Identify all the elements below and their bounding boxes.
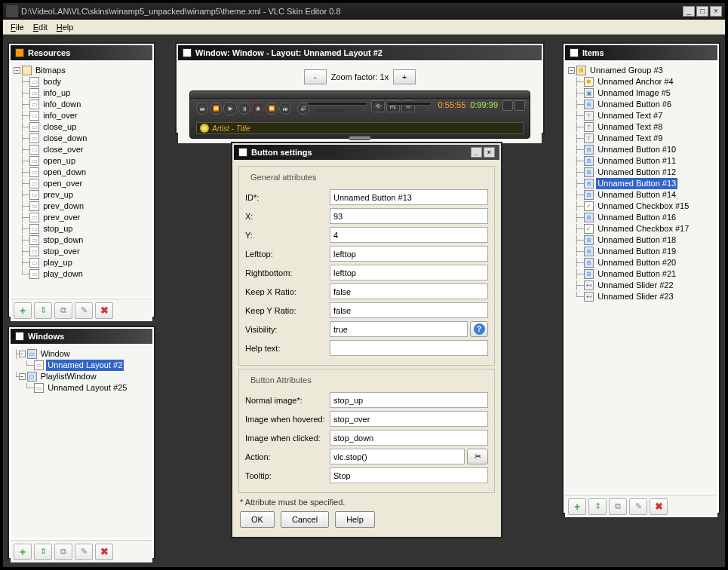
tree-item[interactable]: Unnamed Slider #22 [596, 280, 674, 291]
seek-slider[interactable] [307, 102, 367, 106]
pause-icon[interactable]: ⏸ [238, 103, 250, 115]
play-icon[interactable]: ▶ [223, 102, 237, 115]
tree-item[interactable]: stop_down [41, 234, 84, 246]
lefttop-select[interactable]: lefttop [330, 246, 488, 262]
tree-item[interactable]: Window [39, 348, 72, 360]
tree-item[interactable]: PlaylistWindow [39, 371, 98, 382]
id-field[interactable] [330, 189, 488, 205]
volume-slider[interactable] [315, 109, 346, 112]
action-wizard-button[interactable]: ✂ [467, 449, 488, 464]
fwd-icon[interactable]: ⏩ [266, 103, 278, 115]
tree-item[interactable]: prev_up [41, 189, 75, 201]
shuffle-icon[interactable]: ⟲ [371, 100, 385, 112]
hover-image-field[interactable] [330, 411, 488, 427]
tree-item[interactable]: Unnamed Button #13 [596, 178, 677, 189]
visibility-field[interactable] [330, 321, 468, 337]
tree-item[interactable]: Unnamed Button #18 [596, 234, 677, 246]
add-button[interactable]: + [14, 544, 32, 560]
skin-preview[interactable]: ⏮ ⏪ ▶ ⏸ ◉ ⏩ ⏭ 🔊 ⟲ PL ⥀ [189, 90, 530, 139]
tree-item[interactable]: info_down [41, 99, 82, 110]
ok-button[interactable]: OK [240, 511, 275, 528]
add-button[interactable]: + [14, 302, 32, 319]
helptext-field[interactable] [330, 340, 488, 356]
delete-button[interactable]: ✖ [95, 544, 113, 560]
tree-item[interactable]: Unnamed Button #12 [596, 167, 677, 178]
stop-icon[interactable]: ◉ [252, 103, 264, 115]
copy-button[interactable]: ⧉ [609, 498, 627, 515]
expand-icon[interactable]: − [19, 373, 26, 380]
tooltip-field[interactable] [330, 467, 488, 483]
tree-item[interactable]: Unnamed Image #5 [596, 87, 672, 99]
balance-slider[interactable] [386, 102, 432, 106]
tree-item[interactable]: close_up [41, 121, 78, 133]
tree-item[interactable]: Unnamed Button #20 [596, 257, 677, 268]
edit-button[interactable]: ✎ [75, 302, 93, 319]
tree-item[interactable]: Unnamed Button #10 [596, 144, 677, 155]
tree-item[interactable]: open_over [41, 178, 84, 189]
tree-item[interactable]: Unnamed Slider #23 [596, 291, 674, 302]
add-button[interactable]: + [568, 498, 586, 515]
sort-button[interactable]: ⇕ [588, 498, 607, 515]
maximize-button[interactable]: □ [696, 6, 708, 17]
tree-item[interactable]: info_over [41, 110, 78, 121]
tree-item[interactable]: Unnamed Layout #2 [46, 360, 124, 371]
tree-root[interactable]: Unnamed Group #3 [588, 65, 665, 76]
delete-button[interactable]: ✖ [650, 498, 668, 515]
tree-item[interactable]: Unnamed Layout #25 [46, 382, 128, 394]
tree-item[interactable]: open_down [41, 167, 88, 178]
tree-item[interactable]: Unnamed Button #11 [596, 155, 677, 167]
copy-button[interactable]: ⧉ [54, 302, 72, 319]
keepx-select[interactable]: false [330, 283, 488, 299]
tree-item[interactable]: stop_over [41, 246, 81, 257]
sort-button[interactable]: ⇕ [34, 302, 52, 319]
tree-item[interactable]: body [41, 76, 63, 87]
dialog-minimize-button[interactable]: _ [471, 147, 482, 158]
items-tree[interactable]: −⊞Unnamed Group #3├─✱Unnamed Anchor #4├─… [565, 62, 717, 305]
windows-tree[interactable]: ├−▭Window└─▭Unnamed Layout #2└−▭Playlist… [11, 345, 152, 397]
rew-icon[interactable]: ⏪ [210, 103, 222, 115]
tree-item[interactable]: play_up [41, 257, 74, 268]
copy-button[interactable]: ⧉ [54, 544, 72, 560]
eq-button[interactable] [502, 100, 513, 111]
tree-item[interactable]: open_up [41, 155, 77, 167]
y-field[interactable] [330, 227, 488, 243]
zoom-in-button[interactable]: + [393, 69, 416, 84]
help-icon-button[interactable]: ? [470, 321, 488, 337]
menu-help[interactable]: Help [52, 21, 78, 33]
tree-item[interactable]: Unnamed Checkbox #15 [596, 201, 690, 212]
tree-item[interactable]: info_up [41, 87, 72, 99]
normal-image-field[interactable] [330, 392, 488, 408]
next-icon[interactable]: ⏭ [279, 103, 291, 115]
expand-icon[interactable]: − [19, 351, 26, 357]
tree-item[interactable]: play_down [41, 268, 84, 280]
expand-icon[interactable]: − [568, 67, 575, 74]
tree-item[interactable]: stop_up [41, 223, 74, 234]
close-button[interactable]: × [710, 6, 722, 17]
cancel-button[interactable]: Cancel [281, 511, 329, 528]
tree-item[interactable]: close_over [41, 144, 84, 155]
menu-edit[interactable]: Edit [29, 21, 52, 33]
click-image-field[interactable] [330, 430, 488, 446]
tree-item[interactable]: Unnamed Button #6 [596, 99, 673, 110]
tree-item[interactable]: Unnamed Button #16 [596, 212, 677, 223]
mode-button[interactable] [515, 100, 525, 111]
help-button[interactable]: Help [335, 511, 375, 528]
tree-item[interactable]: Unnamed Anchor #4 [596, 76, 674, 87]
tree-item[interactable]: Unnamed Button #19 [596, 246, 677, 257]
tree-item[interactable]: Unnamed Text #8 [596, 121, 664, 133]
dialog-close-button[interactable]: × [484, 147, 495, 158]
edit-button[interactable]: ✎ [629, 498, 647, 515]
tree-item[interactable]: Unnamed Text #7 [596, 110, 664, 121]
edit-button[interactable]: ✎ [75, 544, 93, 560]
zoom-out-button[interactable]: - [304, 69, 327, 84]
tree-item[interactable]: close_down [41, 133, 88, 144]
prev-icon[interactable]: ⏮ [196, 103, 208, 115]
tree-item[interactable]: Unnamed Checkbox #17 [596, 223, 690, 234]
x-field[interactable] [330, 208, 488, 224]
keepy-select[interactable]: false [330, 302, 488, 318]
rightbottom-select[interactable]: lefttop [330, 265, 488, 280]
tree-item[interactable]: Unnamed Button #14 [596, 189, 677, 201]
action-field[interactable] [330, 449, 465, 464]
tree-root[interactable]: Bitmaps [34, 65, 67, 76]
delete-button[interactable]: ✖ [95, 302, 113, 319]
